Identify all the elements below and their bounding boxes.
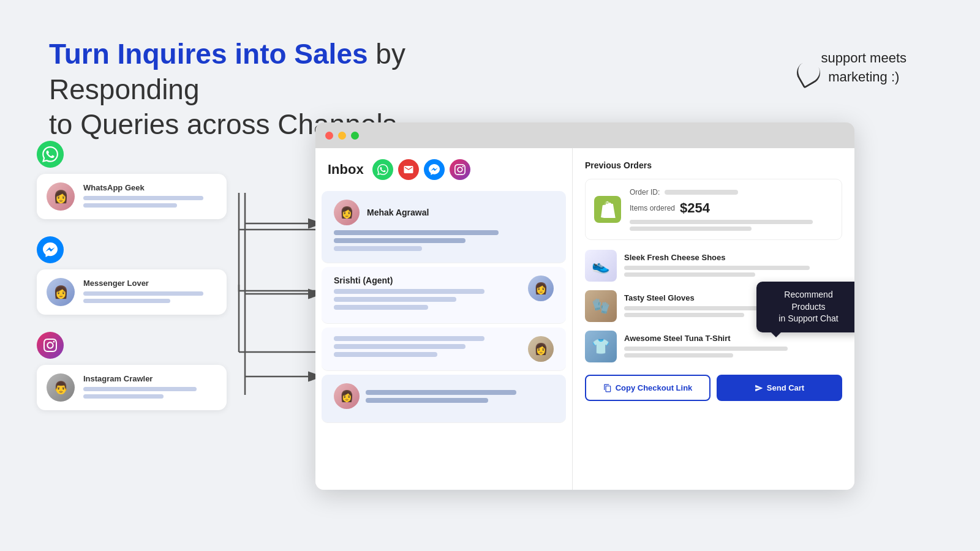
order-info: Order ID: Items ordered $254 (630, 188, 833, 231)
chat-item-top: 👩 Mehak Agrawal (334, 200, 554, 225)
srishti-avatar: 👩 (528, 276, 554, 301)
channels-section: 👩 WhatsApp Geek 👩 Messenger Lover (37, 141, 227, 410)
srishti-name: Srishti (Agent) (334, 276, 522, 285)
previous-orders-title: Previous Orders (585, 160, 842, 170)
chat-item-4[interactable]: 👩 (322, 375, 566, 423)
skeleton (83, 299, 170, 303)
window-minimize-dot[interactable] (338, 132, 346, 140)
shoes-name: Sleek Fresh Cheese Shoes (624, 253, 842, 262)
skeleton (83, 387, 197, 391)
window-maximize-dot[interactable] (351, 132, 359, 140)
headline-bold: Turn Inquires into Sales (49, 38, 368, 70)
items-bar-2 (630, 227, 752, 231)
whatsapp-card: 👩 WhatsApp Geek (37, 174, 227, 219)
items-price: $254 (680, 200, 710, 216)
shoes-thumb: 👟 (585, 250, 617, 282)
order-id-bar (665, 190, 738, 195)
instagram-info: Instagram Crawler (83, 374, 217, 402)
chat-item-srishti[interactable]: Srishti (Agent) 👩 (322, 267, 566, 324)
mehak-name: Mehak Agrawal (367, 208, 429, 217)
chat-item-mehak[interactable]: 👩 Mehak Agrawal (322, 191, 566, 263)
skeleton (83, 291, 203, 296)
inbox-header: Inbox (315, 148, 572, 187)
browser-titlebar (315, 122, 854, 148)
skeleton (83, 196, 203, 200)
instagram-icon (37, 332, 64, 359)
inbox-title: Inbox (328, 162, 364, 178)
inbox-whatsapp-icon (372, 159, 393, 180)
skeleton (83, 394, 164, 399)
recommend-tooltip: Recommend Products in Support Chat (756, 282, 854, 332)
messenger-icon (37, 236, 64, 263)
tshirt-name: Awesome Steel Tuna T-Shirt (624, 334, 842, 343)
messenger-card: 👩 Messenger Lover (37, 269, 227, 315)
mehak-avatar: 👩 (334, 200, 360, 225)
tshirt-info: Awesome Steel Tuna T-Shirt (624, 334, 842, 360)
whatsapp-name: WhatsApp Geek (83, 183, 217, 192)
items-ordered-label: Items ordered (630, 204, 675, 212)
inbox-instagram-icon (450, 159, 470, 180)
inbox-email-icon (398, 159, 419, 180)
inbox-icons (372, 159, 470, 180)
copy-checkout-link-button[interactable]: Copy Checkout Link (585, 375, 710, 401)
instagram-channel-group: 👨 Instagram Crawler (37, 332, 227, 410)
order-id-label: Order ID: (630, 188, 660, 197)
shoes-info: Sleek Fresh Cheese Shoes (624, 253, 842, 279)
messenger-name: Messenger Lover (83, 279, 217, 288)
whatsapp-channel-group: 👩 WhatsApp Geek (37, 141, 227, 219)
browser-content: Inbox (315, 148, 854, 490)
right-panel: Recommend Products in Support Chat Previ… (573, 148, 854, 490)
inbox-messenger-icon (424, 159, 445, 180)
instagram-card: 👨 Instagram Crawler (37, 365, 227, 410)
support-note: support meets marketing :) (821, 49, 907, 87)
chat4-avatar: 👩 (334, 383, 360, 409)
skeleton (83, 203, 177, 208)
chat3-avatar: 👩 (528, 336, 554, 362)
gloves-thumb: 🧤 (585, 290, 617, 322)
product-shoes: 👟 Sleek Fresh Cheese Shoes (585, 250, 842, 282)
items-bar (630, 220, 813, 224)
whatsapp-icon (37, 141, 64, 168)
chat-item-3[interactable]: 👩 (322, 328, 566, 371)
instagram-name: Instagram Crawler (83, 374, 217, 383)
whatsapp-avatar: 👩 (47, 182, 75, 211)
action-buttons: Copy Checkout Link Send Cart (585, 375, 842, 401)
whatsapp-info: WhatsApp Geek (83, 183, 217, 211)
shopify-icon (594, 196, 621, 223)
window-close-dot[interactable] (325, 132, 333, 140)
instagram-avatar: 👨 (47, 373, 75, 402)
browser-window: Inbox (315, 122, 854, 490)
messenger-channel-group: 👩 Messenger Lover (37, 236, 227, 315)
send-cart-button[interactable]: Send Cart (717, 375, 842, 401)
tshirt-thumb: 👕 (585, 331, 617, 362)
inbox-panel: Inbox (315, 148, 573, 490)
order-card: Order ID: Items ordered $254 (585, 179, 842, 240)
messenger-info: Messenger Lover (83, 279, 217, 306)
messenger-avatar: 👩 (47, 278, 75, 306)
product-tshirt: 👕 Awesome Steel Tuna T-Shirt (585, 331, 842, 362)
